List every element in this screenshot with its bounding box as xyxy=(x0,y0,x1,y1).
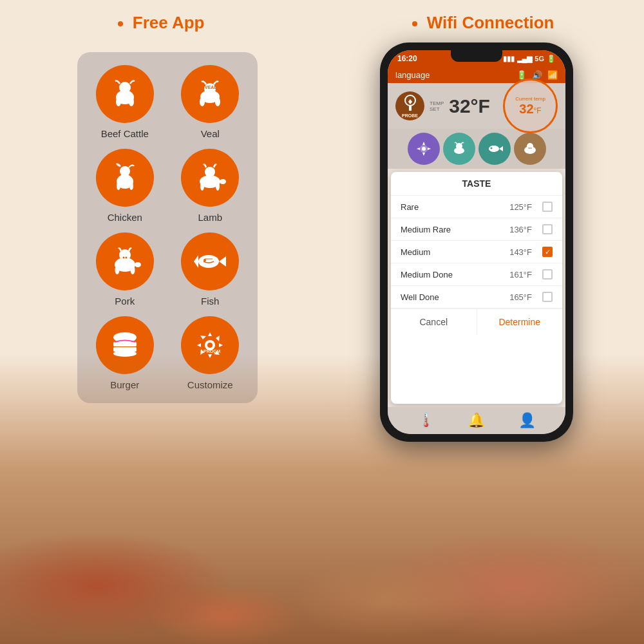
taste-check-rare[interactable] xyxy=(542,202,553,212)
dial-temp-unit: °F xyxy=(534,106,542,115)
taste-name-well-done: Well Done xyxy=(401,292,439,302)
taste-name-medium-rare: Medium Rare xyxy=(401,225,451,234)
battery-level: 🔋 xyxy=(547,55,556,63)
taste-temp-medium-done: 161°F xyxy=(509,270,532,279)
taste-dialog: TASTE Rare 125°F Medium Rare xyxy=(391,172,562,404)
svg-text:PROGM: PROGM xyxy=(204,349,221,354)
bell-nav-icon[interactable]: 🔔 xyxy=(468,412,485,429)
main-container: Free App Wifi Connection xyxy=(0,0,644,644)
taste-temp-well-done: 165°F xyxy=(509,292,532,302)
svg-point-31 xyxy=(122,257,124,259)
svg-point-9 xyxy=(200,97,205,106)
right-bullet xyxy=(412,21,417,26)
svg-rect-38 xyxy=(113,342,137,346)
user-nav-icon[interactable]: 👤 xyxy=(518,412,536,429)
taste-check-medium-done[interactable] xyxy=(542,269,553,279)
food-item-lamb[interactable]: Lamb xyxy=(173,149,249,223)
temperature-dial: Current temp 32 °F xyxy=(500,88,558,124)
svg-text:VEAL: VEAL xyxy=(205,85,217,90)
svg-marker-51 xyxy=(499,146,503,151)
svg-point-6 xyxy=(123,90,127,93)
veal-icon: VEAL xyxy=(181,65,239,123)
temp-set-area: TEMP SET xyxy=(430,100,444,112)
svg-point-27 xyxy=(115,265,119,274)
svg-point-17 xyxy=(126,171,128,174)
taste-title: TASTE xyxy=(391,172,562,196)
taste-name-medium: Medium xyxy=(401,247,430,257)
taste-row-well-done[interactable]: Well Done 165°F xyxy=(391,286,562,308)
taste-check-well-done[interactable] xyxy=(542,292,553,302)
svg-point-29 xyxy=(135,262,141,267)
svg-point-3 xyxy=(129,97,134,106)
svg-point-20 xyxy=(200,182,204,191)
beef-cattle-icon xyxy=(96,65,154,123)
taste-actions: Cancel Determine xyxy=(391,308,562,335)
taste-temp-medium: 143°F xyxy=(509,247,532,257)
temp-set-label2: SET xyxy=(430,106,444,112)
goat-btn[interactable] xyxy=(443,133,475,165)
phone-screen: 16:20 ▮▮▮ ▂▄▆ 5G 🔋 language 🔋 xyxy=(388,50,565,434)
pork-icon xyxy=(96,232,154,290)
dial-label: Current temp xyxy=(515,96,545,102)
temp-set-label: TEMP xyxy=(430,100,444,106)
svg-point-23 xyxy=(207,172,209,174)
food-item-fish[interactable]: Fish xyxy=(173,232,249,307)
animal-icons-row xyxy=(388,129,565,169)
taste-name-medium-done: Medium Done xyxy=(401,270,453,279)
thermometer-nav-icon[interactable]: 🌡️ xyxy=(417,412,435,429)
svg-marker-34 xyxy=(219,256,226,267)
taste-check-medium[interactable]: ✓ xyxy=(542,247,553,257)
left-header: Free App xyxy=(0,13,322,33)
status-time: 16:20 xyxy=(397,54,417,63)
taste-row-medium[interactable]: Medium 143°F ✓ xyxy=(391,241,562,263)
svg-point-15 xyxy=(129,182,133,190)
svg-point-22 xyxy=(220,179,226,184)
svg-point-10 xyxy=(215,97,220,106)
pig-btn[interactable] xyxy=(514,133,546,165)
language-label: language xyxy=(395,70,430,80)
lamb-icon xyxy=(181,149,239,207)
food-item-veal[interactable]: VEAL Veal xyxy=(173,65,249,139)
veal-label: Veal xyxy=(201,128,220,139)
svg-point-33 xyxy=(198,255,219,268)
taste-row-medium-rare[interactable]: Medium Rare 136°F xyxy=(391,218,562,241)
program-btn[interactable] xyxy=(408,133,440,165)
chicken-icon xyxy=(96,149,154,207)
main-temperature: 32°F xyxy=(449,95,490,117)
headers-row: Free App Wifi Connection xyxy=(0,0,644,39)
chicken-label: Chicken xyxy=(108,212,142,223)
svg-point-24 xyxy=(211,172,213,174)
food-item-beef-cattle[interactable]: Beef Cattle xyxy=(87,65,163,139)
taste-temp-rare: 125°F xyxy=(509,202,532,212)
status-icons: ▮▮▮ ▂▄▆ 5G 🔋 xyxy=(503,55,556,63)
svg-point-2 xyxy=(116,97,121,106)
phone-mockup: 16:20 ▮▮▮ ▂▄▆ 5G 🔋 language 🔋 xyxy=(380,43,573,442)
dial-circle: Current temp 32 °F xyxy=(503,79,558,133)
taste-temp-medium-rare: 136°F xyxy=(509,225,532,234)
svg-marker-35 xyxy=(194,255,198,268)
svg-point-19 xyxy=(205,167,215,177)
determine-button[interactable]: Determine xyxy=(477,309,563,335)
fish-btn[interactable] xyxy=(478,133,511,165)
svg-point-13 xyxy=(120,166,130,176)
taste-check-medium-rare[interactable] xyxy=(542,224,553,234)
probe-icon: PROBE xyxy=(395,91,424,120)
food-item-pork[interactable]: Pork xyxy=(87,232,163,307)
right-header: Wifi Connection xyxy=(322,13,644,33)
svg-point-57 xyxy=(530,147,531,149)
signal-strength: ▂▄▆ xyxy=(517,55,533,63)
svg-point-21 xyxy=(216,182,220,191)
svg-point-16 xyxy=(122,171,124,174)
svg-point-52 xyxy=(490,147,492,149)
food-item-chicken[interactable]: Chicken xyxy=(87,149,163,223)
cancel-button[interactable]: Cancel xyxy=(391,309,477,335)
left-bullet xyxy=(118,21,123,26)
svg-point-28 xyxy=(130,265,135,274)
svg-point-56 xyxy=(528,147,529,149)
wifi-icon: 📶 xyxy=(547,70,558,80)
app-header-icons: 🔋 🔊 📶 xyxy=(516,70,558,80)
taste-row-rare[interactable]: Rare 125°F xyxy=(391,196,562,218)
taste-name-rare: Rare xyxy=(401,202,419,212)
battery-icon: ▮▮▮ xyxy=(503,55,515,63)
taste-row-medium-done[interactable]: Medium Done 161°F xyxy=(391,263,562,286)
